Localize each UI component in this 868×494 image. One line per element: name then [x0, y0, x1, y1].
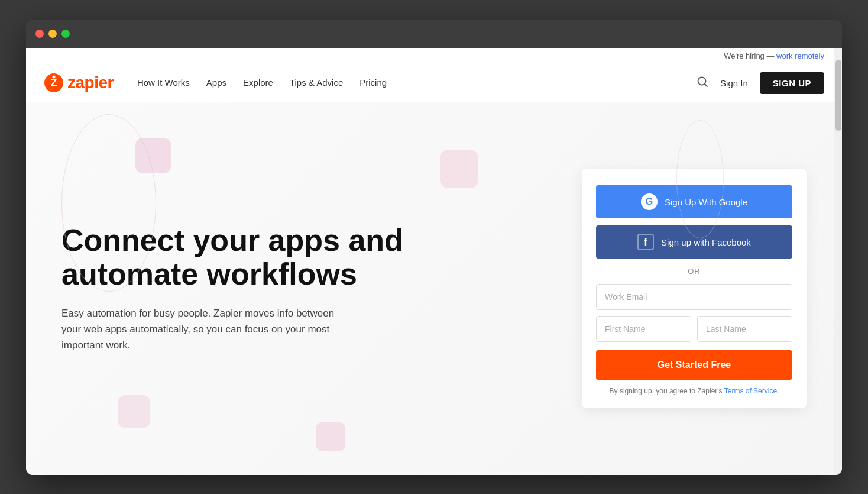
- nav-link-tips[interactable]: Tips & Advice: [290, 78, 343, 88]
- terms-text: By signing up, you agree to Zapier's Ter…: [596, 387, 792, 395]
- browser-window: We're hiring — work remotely Z zapier: [26, 20, 842, 475]
- browser-content: We're hiring — work remotely Z zapier: [26, 48, 842, 475]
- close-button[interactable]: [35, 30, 44, 38]
- nav-item-apps[interactable]: Apps: [206, 78, 226, 88]
- nav-item-pricing[interactable]: Pricing: [359, 78, 387, 88]
- email-input[interactable]: [596, 284, 792, 310]
- or-divider: OR: [596, 267, 792, 276]
- facebook-icon: f: [637, 234, 654, 250]
- deco-arc-left: [61, 114, 156, 292]
- hiring-text: We're hiring —: [724, 51, 776, 60]
- nav-item-how-it-works[interactable]: How It Works: [137, 78, 190, 88]
- nav-link-apps[interactable]: Apps: [206, 78, 226, 88]
- navbar-left: Z zapier How It Works Apps Explore: [44, 73, 387, 93]
- svg-text:Z: Z: [51, 77, 57, 89]
- first-name-input[interactable]: [596, 316, 691, 342]
- scrollbar-thumb[interactable]: [835, 60, 841, 131]
- navbar-right: Sign In SIGN UP: [697, 72, 824, 94]
- nav-link-explore[interactable]: Explore: [243, 78, 273, 88]
- last-name-input[interactable]: [697, 316, 792, 342]
- terms-prefix: By signing up, you agree to Zapier's: [610, 387, 724, 395]
- get-started-button[interactable]: Get Started Free: [596, 350, 792, 380]
- svg-line-4: [705, 83, 707, 86]
- zapier-logo-icon: Z: [44, 73, 64, 93]
- browser-titlebar: [26, 20, 842, 48]
- navbar: Z zapier How It Works Apps Explore: [26, 64, 842, 102]
- deco-shape-3: [316, 422, 345, 451]
- svg-point-2: [53, 76, 56, 79]
- logo-text: zapier: [67, 73, 114, 92]
- traffic-lights: [35, 30, 70, 38]
- deco-shape-4: [440, 150, 478, 188]
- sign-in-link[interactable]: Sign In: [720, 78, 748, 88]
- scrollbar[interactable]: [834, 48, 842, 475]
- nav-item-tips[interactable]: Tips & Advice: [290, 78, 343, 88]
- terms-link[interactable]: Terms of Service.: [724, 387, 779, 395]
- google-icon: G: [641, 193, 658, 210]
- facebook-btn-label: Sign up with Facebook: [661, 237, 751, 247]
- hero-subtitle: Easy automation for busy people. Zapier …: [61, 305, 345, 354]
- main-content: Connect your apps and automate workflows…: [26, 102, 842, 475]
- logo[interactable]: Z zapier: [44, 73, 114, 93]
- deco-arc-right: [676, 120, 724, 238]
- deco-shape-2: [118, 395, 150, 428]
- nav-link-pricing[interactable]: Pricing: [359, 78, 387, 88]
- nav-link-how-it-works[interactable]: How It Works: [137, 78, 190, 88]
- minimize-button[interactable]: [48, 30, 57, 38]
- work-remotely-link[interactable]: work remotely: [776, 51, 824, 60]
- nav-links: How It Works Apps Explore Tips & Advice …: [137, 78, 387, 88]
- maximize-button[interactable]: [61, 30, 70, 38]
- search-icon[interactable]: [697, 76, 708, 91]
- nav-item-explore[interactable]: Explore: [243, 78, 273, 88]
- sign-up-button[interactable]: SIGN UP: [760, 72, 824, 94]
- top-banner: We're hiring — work remotely: [26, 48, 842, 64]
- name-row: [596, 316, 792, 348]
